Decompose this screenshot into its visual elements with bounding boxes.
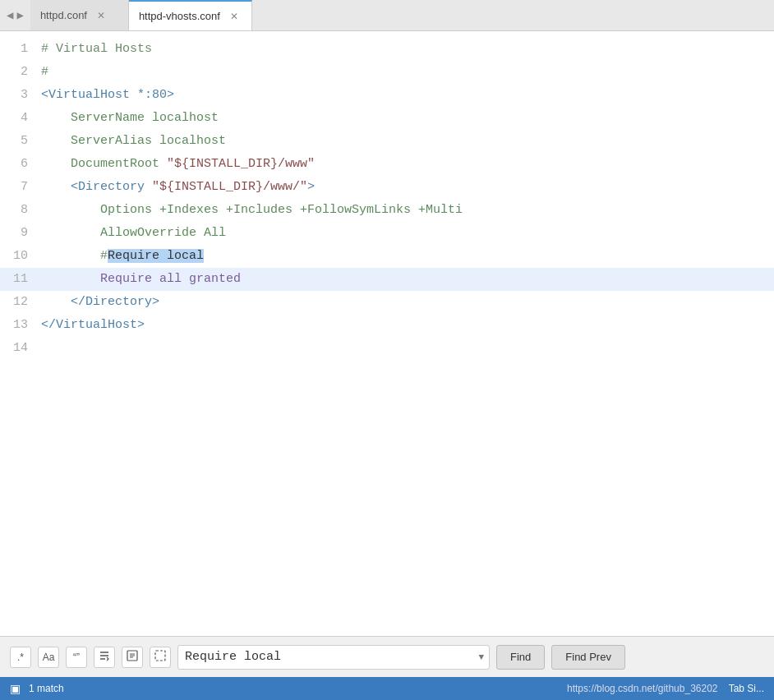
line-content-6: DocumentRoot "${INSTALL_DIR}/www" — [41, 153, 315, 176]
line-number-1: 1 — [0, 38, 41, 61]
status-right: https://blog.csdn.net/github_36202 Tab S… — [567, 683, 764, 694]
find-option-inselect[interactable] — [150, 647, 171, 668]
find-option-context[interactable] — [122, 647, 143, 668]
line-content-2: # — [41, 61, 48, 84]
find-option-multiline-label — [99, 650, 110, 664]
find-option-word[interactable]: “” — [66, 647, 87, 668]
line-number-10: 10 — [0, 245, 41, 268]
code-line-2: 2# — [0, 61, 774, 84]
find-option-case-label: Aa — [43, 652, 55, 663]
find-input-container: ▼ — [177, 645, 490, 670]
code-line-14: 14 — [0, 337, 774, 360]
line-number-7: 7 — [0, 176, 41, 199]
code-line-8: 8 Options +Indexes +Includes +FollowSymL… — [0, 199, 774, 222]
tab-httpd-conf-close[interactable]: ✕ — [94, 9, 108, 22]
line-content-12: </Directory> — [41, 291, 159, 314]
code-line-1: 1# Virtual Hosts — [0, 38, 774, 61]
code-line-12: 12 </Directory> — [0, 291, 774, 314]
line-number-12: 12 — [0, 291, 41, 314]
code-line-13: 13</VirtualHost> — [0, 314, 774, 337]
line-number-6: 6 — [0, 153, 41, 176]
line-content-10: #Require local — [41, 245, 204, 268]
line-number-9: 9 — [0, 222, 41, 245]
tab-bar: ◀ ▶ httpd.conf ✕ httpd-vhosts.conf ✕ — [0, 0, 774, 31]
code-line-10: 10 #Require local — [0, 245, 774, 268]
monitor-icon: ▣ — [10, 682, 21, 695]
code-line-3: 3<VirtualHost *:80> — [0, 84, 774, 107]
line-content-11: Require all granted — [41, 268, 241, 291]
code-line-5: 5 ServerAlias localhost — [0, 130, 774, 153]
find-bar: .* Aa “” — [0, 636, 774, 677]
code-line-7: 7 <Directory "${INSTALL_DIR}/www/"> — [0, 176, 774, 199]
find-option-regex-label: .* — [17, 652, 24, 663]
line-content-9: AllowOverride All — [41, 222, 226, 245]
find-dropdown-arrow[interactable]: ▼ — [473, 652, 489, 662]
line-content-13: </VirtualHost> — [41, 314, 145, 337]
find-option-multiline[interactable] — [94, 647, 115, 668]
code-line-6: 6 DocumentRoot "${INSTALL_DIR}/www" — [0, 153, 774, 176]
line-number-2: 2 — [0, 61, 41, 84]
code-line-9: 9 AllowOverride All — [0, 222, 774, 245]
code-content[interactable]: 1# Virtual Hosts2#3<VirtualHost *:80>4 S… — [0, 31, 774, 636]
line-number-4: 4 — [0, 107, 41, 130]
nav-forward-arrow[interactable]: ▶ — [16, 8, 23, 22]
tab-httpd-conf-label: httpd.conf — [40, 9, 87, 21]
editor-area: 1# Virtual Hosts2#3<VirtualHost *:80>4 S… — [0, 31, 774, 636]
find-option-regex[interactable]: .* — [10, 647, 31, 668]
tab-size-label: Tab Si... — [729, 683, 764, 694]
svg-rect-7 — [155, 651, 165, 661]
tab-httpd-conf[interactable]: httpd.conf ✕ — [30, 0, 129, 30]
status-url: https://blog.csdn.net/github_36202 — [567, 683, 717, 694]
line-number-3: 3 — [0, 84, 41, 107]
line-number-11: 11 — [0, 268, 41, 291]
tab-httpd-vhosts-conf-close[interactable]: ✕ — [227, 10, 242, 23]
line-content-1: # Virtual Hosts — [41, 38, 152, 61]
line-number-5: 5 — [0, 130, 41, 153]
line-number-8: 8 — [0, 199, 41, 222]
nav-back-arrow[interactable]: ◀ — [7, 8, 13, 22]
find-option-context-label — [127, 650, 138, 664]
nav-arrows: ◀ ▶ — [0, 8, 30, 22]
line-number-14: 14 — [0, 337, 41, 360]
find-option-case[interactable]: Aa — [38, 647, 59, 668]
tab-httpd-vhosts-conf-label: httpd-vhosts.conf — [139, 10, 220, 22]
status-left: ▣ 1 match — [10, 682, 64, 695]
find-option-word-label: “” — [73, 652, 80, 663]
find-button[interactable]: Find — [496, 645, 545, 670]
line-number-13: 13 — [0, 314, 41, 337]
line-content-4: ServerName localhost — [41, 107, 219, 130]
line-content-3: <VirtualHost *:80> — [41, 84, 174, 107]
find-option-inselect-label — [154, 650, 166, 664]
find-prev-button[interactable]: Find Prev — [551, 645, 625, 670]
code-line-11: 11 Require all granted — [0, 268, 774, 291]
match-count: 1 match — [29, 683, 64, 694]
find-input[interactable] — [178, 650, 473, 664]
line-content-7: <Directory "${INSTALL_DIR}/www/"> — [41, 176, 315, 199]
code-line-4: 4 ServerName localhost — [0, 107, 774, 130]
line-content-5: ServerAlias localhost — [41, 130, 226, 153]
tab-httpd-vhosts-conf[interactable]: httpd-vhosts.conf ✕ — [129, 0, 252, 30]
line-content-8: Options +Indexes +Includes +FollowSymLin… — [41, 199, 463, 222]
status-bar: ▣ 1 match https://blog.csdn.net/github_3… — [0, 677, 774, 700]
